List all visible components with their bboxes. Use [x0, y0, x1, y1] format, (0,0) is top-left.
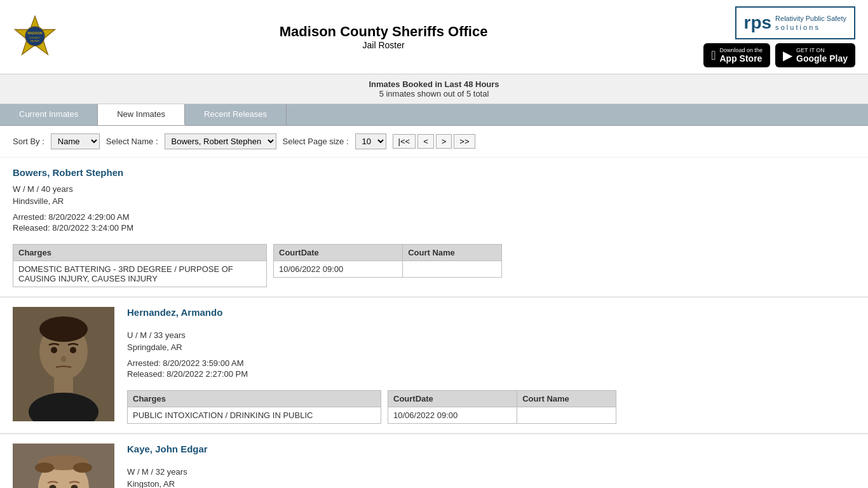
inmate-row: Bowers, Robert Stephen W / M / 40 years … [0, 158, 868, 297]
court-table: CourtDate Court Name 10/06/2022 09:00 [388, 390, 616, 424]
sort-by-label: Sort By : [13, 137, 44, 146]
inmate-photo-image [13, 307, 114, 421]
svg-point-11 [70, 347, 76, 353]
inmate-row: Kaye, John Edgar W / M / 32 years Kingst… [0, 434, 868, 488]
court-date-header: CourtDate [274, 245, 403, 261]
charges-header: Charges [13, 245, 267, 261]
sort-by-select[interactable]: Name Date Charge [51, 133, 100, 149]
court-name-header: Court Name [517, 391, 616, 407]
inmate-list: Bowers, Robert Stephen W / M / 40 years … [0, 158, 868, 488]
header-right-section: rps Relativity Public Safety s o l u t i… [703, 6, 855, 67]
table-row: PUBLIC INTOXICATION / DRINKING IN PUBLIC [128, 407, 381, 424]
inmate-location: Kingston, AR [127, 479, 855, 488]
inmate-count-label: 5 inmates shown out of 5 total [379, 89, 489, 98]
svg-text:COUNTY: COUNTY [29, 36, 41, 39]
svg-point-10 [51, 347, 57, 353]
tab-current-inmates[interactable]: Current Inmates [0, 104, 98, 125]
tab-recent-releases[interactable]: Recent Releases [185, 104, 287, 125]
court-table: CourtDate Court Name 10/06/2022 09:00 [273, 244, 502, 278]
inmate-name[interactable]: Bowers, Robert Stephen [13, 167, 855, 178]
released-date: Released: 8/20/2022 2:27:00 PM [127, 369, 855, 379]
select-name-label: Select Name : [106, 137, 158, 146]
svg-rect-8 [54, 377, 73, 393]
inmate-name[interactable]: Hernandez, Armando [127, 307, 855, 318]
nav-last-button[interactable]: >> [454, 134, 475, 149]
table-row: DOMESTIC BATTERING - 3RD DEGREE / PURPOS… [13, 261, 267, 287]
svg-point-12 [61, 356, 66, 362]
court-col: CourtDate Court Name 10/06/2022 09:00 [273, 239, 502, 278]
svg-text:MADISON: MADISON [27, 32, 43, 35]
inmate-details-kaye: Kaye, John Edgar W / M / 32 years Kingst… [127, 444, 855, 488]
office-title: Madison County Sheriffs Office [280, 24, 488, 40]
google-play-icon: ▶ [783, 48, 792, 63]
inmate-demographics: W / M / 40 years [13, 184, 855, 194]
sheriff-badge: MADISON COUNTY SHERIFF [13, 14, 64, 60]
page-header: MADISON COUNTY SHERIFF Madison County Sh… [0, 0, 868, 74]
inmate-location: Springdale, AR [127, 342, 855, 352]
charge-text: DOMESTIC BATTERING - 3RD DEGREE / PURPOS… [13, 261, 267, 287]
app-store-button[interactable]:  Download on the App Store [703, 43, 770, 67]
header-title-section: Madison County Sheriffs Office Jail Rost… [280, 24, 488, 50]
nav-first-button[interactable]: |<< [393, 134, 416, 149]
inmate-demographics: U / M / 33 years [127, 330, 855, 340]
nav-prev-button[interactable]: < [417, 134, 434, 149]
arrested-date: Arrested: 8/20/2022 3:59:00 AM [127, 358, 855, 368]
inmate-name[interactable]: Kaye, John Edgar [127, 444, 855, 454]
rps-logo: rps Relativity Public Safety s o l u t i… [735, 6, 855, 39]
inmate-dates: Arrested: 8/20/2022 3:59:00 AM Released:… [127, 358, 855, 379]
charges-table: Charges DOMESTIC BATTERING - 3RD DEGREE … [13, 244, 267, 287]
court-name-value [517, 407, 616, 424]
tab-new-inmates[interactable]: New Inmates [98, 104, 185, 125]
rps-logo-tagline: Relativity Public Safety s o l u t i o n… [775, 14, 846, 32]
inmate-demographics: W / M / 32 years [127, 467, 855, 477]
svg-point-7 [39, 316, 88, 342]
apple-icon:  [711, 48, 715, 63]
inmate-photo-kaye [13, 444, 114, 488]
court-date-header: CourtDate [388, 391, 517, 407]
filter-controls: Sort By : Name Date Charge Select Name :… [0, 126, 868, 158]
court-date-value: 10/06/2022 09:00 [274, 261, 403, 278]
table-row: 10/06/2022 09:00 [388, 407, 616, 424]
charges-section: Charges PUBLIC INTOXICATION / DRINKING I… [127, 385, 855, 424]
svg-point-17 [73, 463, 92, 473]
inmate-photo-image [13, 444, 114, 488]
svg-text:SHERIFF: SHERIFF [31, 40, 40, 43]
released-date: Released: 8/20/2022 3:24:00 PM [13, 223, 855, 233]
court-date-value: 10/06/2022 09:00 [388, 407, 517, 424]
page-size-label: Select Page size : [283, 137, 349, 146]
charges-table: Charges PUBLIC INTOXICATION / DRINKING I… [127, 390, 381, 424]
inmate-details-bowers: Bowers, Robert Stephen W / M / 40 years … [13, 167, 855, 287]
inmate-row: Hernandez, Armando U / M / 33 years Spri… [0, 297, 868, 434]
charges-header: Charges [128, 391, 381, 407]
inmate-count-header: Inmates Booked in Last 48 Hours 5 inmate… [0, 74, 868, 104]
charges-col: Charges PUBLIC INTOXICATION / DRINKING I… [127, 385, 381, 424]
court-name-value [403, 261, 502, 278]
navigation-tabs: Current Inmates New Inmates Recent Relea… [0, 104, 868, 126]
charge-text: PUBLIC INTOXICATION / DRINKING IN PUBLIC [128, 407, 381, 424]
page-size-select[interactable]: 10 25 50 [355, 133, 386, 149]
google-play-text: GET IT ON Google Play [796, 47, 848, 64]
arrested-date: Arrested: 8/20/2022 4:29:00 AM [13, 212, 855, 222]
booked-48h-label: Inmates Booked in Last 48 Hours [369, 79, 499, 89]
roster-subtitle: Jail Roster [280, 40, 488, 50]
app-download-buttons:  Download on the App Store ▶ GET IT ON … [703, 43, 855, 67]
inmate-photo-hernandez [13, 307, 114, 421]
inmate-details-hernandez: Hernandez, Armando U / M / 33 years Spri… [127, 307, 855, 424]
star-badge-icon: MADISON COUNTY SHERIFF [13, 14, 57, 58]
pagination-controls: |<< < > >> [393, 134, 475, 149]
court-name-header: Court Name [403, 245, 502, 261]
name-select[interactable]: Bowers, Robert Stephen Hernandez, Armand… [165, 133, 276, 149]
charges-section: Charges DOMESTIC BATTERING - 3RD DEGREE … [13, 239, 855, 287]
svg-point-16 [35, 463, 54, 473]
inmate-dates: Arrested: 8/20/2022 4:29:00 AM Released:… [13, 212, 855, 233]
google-play-button[interactable]: ▶ GET IT ON Google Play [775, 43, 855, 67]
inmate-location: Hindsville, AR [13, 196, 855, 206]
charges-col: Charges DOMESTIC BATTERING - 3RD DEGREE … [13, 239, 267, 287]
court-col: CourtDate Court Name 10/06/2022 09:00 [388, 385, 616, 424]
rps-logo-letters: rps [744, 13, 772, 33]
nav-next-button[interactable]: > [436, 134, 452, 149]
app-store-text: Download on the App Store [720, 47, 763, 64]
table-row: 10/06/2022 09:00 [274, 261, 502, 278]
